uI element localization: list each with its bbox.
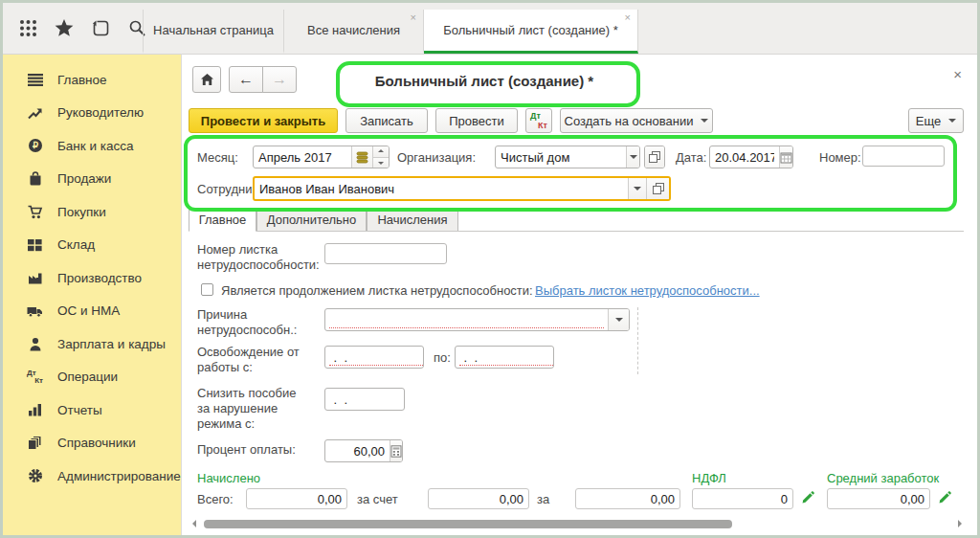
post-button[interactable]: Провести [435,108,518,133]
more-button[interactable]: Еще [908,108,964,133]
continuation-label: Является продолжением листка нетрудоспос… [221,283,533,298]
favorites-star-icon[interactable] [54,18,75,39]
sidebar-item-rukovoditelyu[interactable]: Руководителю [3,97,181,130]
employee-label: Сотрудник: [197,182,261,196]
dtkt-icon: ДтКт [27,369,43,385]
tab-close-icon[interactable]: × [625,12,631,23]
form-close-icon[interactable]: × [953,67,962,81]
menu-icon [27,72,43,88]
avg-earnings-input[interactable] [827,488,930,509]
spinner-up-button[interactable] [373,146,389,158]
exemption-label: Освобождение от работы с: [197,345,300,375]
truck-icon [27,303,43,319]
bag-icon [27,170,43,187]
scroll-left-arrow-icon[interactable] [189,520,196,527]
organization-input[interactable] [496,146,626,168]
employee-open-button[interactable] [646,178,669,199]
month-input[interactable] [254,146,351,168]
sick-number-input[interactable] [324,243,447,264]
sidebar-item-bank-i-kassa[interactable]: ₽ Банк и касса [3,129,181,163]
sidebar-item-administrirovanie[interactable]: Администрирование [3,460,181,493]
forward-button[interactable]: → [262,66,297,93]
reason-input[interactable] [325,309,608,330]
warehouse-icon [27,236,43,253]
sidebar-item-os-i-nma[interactable]: ОС и НМА [3,295,181,328]
tab-label: Больничный лист (создание) * [443,23,618,37]
choose-sick-leave-link[interactable]: Выбрать листок нетрудоспособности... [535,283,760,298]
number-input[interactable] [862,146,945,167]
sidebar-item-label: Руководителю [57,105,144,120]
reduce-date-input[interactable] [325,389,405,410]
app-window: Начальная страница Все начисления × Боль… [0,0,980,538]
create-based-on-button[interactable]: Создать на основании [560,108,713,133]
ndfl-input[interactable] [692,488,793,509]
home-button[interactable] [192,66,221,93]
organization-dropdown-button[interactable] [626,146,639,168]
to-label: по: [434,350,451,365]
chevron-down-icon [948,119,956,126]
sidebar-item-sklad[interactable]: Склад [3,229,181,262]
sidebar-item-zarplata-i-kadry[interactable]: Зарплата и кадры [3,327,181,361]
tab-close-icon[interactable]: × [411,12,416,23]
sidebar-item-operacii[interactable]: ДтКт Операции [3,361,181,394]
continuation-checkbox[interactable] [201,283,213,296]
sidebar-item-glavnoe[interactable]: Главное [3,63,181,97]
sidebar-item-otchety[interactable]: Отчеты [3,393,181,427]
ndfl-edit-pencil-icon[interactable] [801,490,815,508]
date-input[interactable] [710,146,779,168]
tab-sick-leave[interactable]: Больничный лист (создание) * × [424,10,638,54]
post-and-close-button[interactable]: Провести и закрыть [189,108,338,133]
percent-calculator-button[interactable] [390,440,402,461]
scroll-right-arrow-icon[interactable] [958,520,966,527]
date-calendar-button[interactable] [779,146,792,168]
history-icon[interactable] [90,18,111,39]
tab-label: Начальная страница [153,23,274,37]
menu-grid-icon[interactable] [17,18,38,39]
sidebar-item-label: Отчеты [57,403,102,417]
avg-edit-pencil-icon[interactable] [938,490,952,508]
triangle-up-icon [378,146,384,152]
save-button[interactable]: Записать [345,108,428,133]
tab-all-accruals[interactable]: Все начисления × [284,10,424,54]
spinner-down-button[interactable] [373,158,389,168]
dtkt-button[interactable]: ДтКт [525,108,552,133]
chevron-down-icon [634,187,641,194]
sidebar-item-prodazhi[interactable]: Продажи [3,163,181,196]
tab-home-page[interactable]: Начальная страница [143,10,284,54]
month-select-button[interactable] [351,146,372,168]
open-icon [649,151,660,163]
form-tab-glavnoe[interactable]: Главное [189,208,256,232]
reason-dropdown-button[interactable] [608,309,629,330]
calculator-icon [390,445,402,458]
za-input[interactable] [575,488,680,509]
avg-earnings-header: Средний заработок [827,471,939,485]
total-input[interactable] [246,488,347,509]
date-label: Дата: [676,150,706,165]
employee-input[interactable] [255,178,628,199]
back-button[interactable]: ← [229,66,263,93]
exemption-to-input[interactable] [456,347,554,368]
toolbar-icons [12,3,147,54]
sidebar-item-pokupki[interactable]: Покупки [3,195,181,229]
organization-open-button[interactable] [644,146,665,168]
triangle-down-icon [378,162,384,168]
form-tab-dopolnitelno[interactable]: Дополнительно [256,208,367,232]
employee-dropdown-button[interactable] [628,178,646,199]
month-spinner [372,146,389,168]
open-icon [653,183,664,194]
at-expense-input[interactable] [428,488,529,509]
sidebar-item-spravochniki[interactable]: Справочники [3,427,181,460]
gear-icon [27,468,43,484]
reduce-date-field-group [324,388,405,411]
tab-panel-divider [189,231,964,232]
horizontal-scrollbar[interactable] [189,518,966,529]
sidebar-item-proizvodstvo[interactable]: Производство [3,261,181,295]
month-field-group [253,146,390,168]
form-tab-nachisleniya[interactable]: Начисления [367,208,458,232]
percent-input[interactable] [325,440,390,461]
document-tabs: Начальная страница Все начисления × Боль… [143,3,638,54]
sidebar-item-label: Продажи [57,171,111,186]
accrued-header: Начислено [197,471,260,485]
exemption-from-input[interactable] [325,347,424,368]
scrollbar-thumb[interactable] [204,520,732,528]
